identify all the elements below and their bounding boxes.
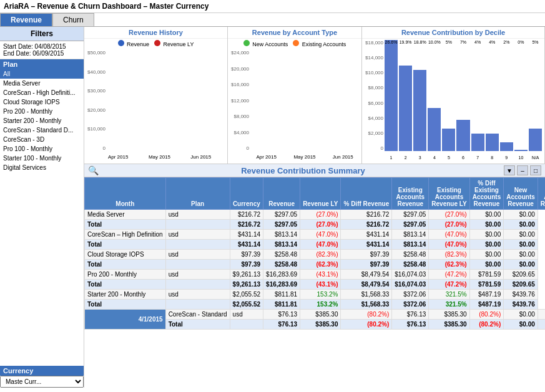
plan-item-1[interactable]: Media Server <box>0 79 84 88</box>
new-rev-ly-cell: $0.00 <box>504 210 538 220</box>
revenue-ly-cell: $297.05 <box>263 220 300 230</box>
decile-pct-6: 4% <box>474 40 481 44</box>
new-rev-cell: $781.59 <box>469 280 504 290</box>
tab-revenue[interactable]: Revenue <box>0 13 52 26</box>
plan-cell: CoreScan - Standard <box>165 310 230 320</box>
decile-xlabel-2: 3 <box>419 155 421 160</box>
account-type-y-axis: $24,000 $20,000 $16,000 $12,000 $8,000 $… <box>230 50 250 162</box>
plan-item-5[interactable]: Starter 200 - Monthly <box>0 116 84 125</box>
plan-item-4[interactable]: Pro 200 - Monthly <box>0 107 84 116</box>
col-revenue[interactable]: Revenue <box>263 178 300 210</box>
app-title: AriaRA – Revenue & Churn Dashboard – Mas… <box>4 2 209 11</box>
plan-item-7[interactable]: CoreScan - 3D <box>0 135 84 144</box>
revenue-ly-cell: $16,283.69 <box>263 280 300 290</box>
existing-pct-cell: (47.2%) <box>429 270 469 280</box>
search-icon[interactable]: 🔍 <box>88 165 99 175</box>
existing-rev-cell: $97.39 <box>341 250 392 260</box>
existing-rev-ly-cell: $385.30 <box>429 310 469 320</box>
revenue-cell: $97.39 <box>230 260 263 270</box>
decile-xlabel-8: 9 <box>505 155 508 160</box>
col-month[interactable]: Month <box>85 178 166 210</box>
decile-bar-inner-3 <box>428 108 441 151</box>
col-new-rev[interactable]: NewAccountsRevenue <box>504 178 538 210</box>
existing-pct-cell: (80.2%) <box>469 320 504 330</box>
new-rev-cell: $0.00 <box>469 220 504 230</box>
existing-rev-cell: $431.14 <box>341 230 392 240</box>
maximize-btn[interactable]: □ <box>530 165 541 175</box>
table-row: Total$97.39$258.48(62.3%)$97.39$258.48(6… <box>85 260 546 270</box>
decile-bar-inner-9 <box>514 150 528 151</box>
plan-cell: Total <box>85 220 166 230</box>
account-type-chart: Revenue by Account Type New Accounts Exi… <box>228 27 362 164</box>
currency-cell: usd <box>165 270 230 280</box>
tab-churn[interactable]: Churn <box>52 13 94 26</box>
decile-bar-5: 7%6 <box>456 40 469 151</box>
existing-rev-cell: $431.14 <box>341 240 392 250</box>
plan-list: AllMedia ServerCoreScan - High Definiti.… <box>0 69 84 366</box>
new-rev-cell: $487.19 <box>469 290 504 300</box>
revenue-ly-cell: $385.30 <box>300 320 341 330</box>
account-type-legend: New Accounts Existing Accounts <box>228 39 361 49</box>
table-title-bar: 🔍 Revenue Contribution Summary ▼ – □ <box>84 164 545 177</box>
existing-pct-cell: 321.5% <box>429 300 469 310</box>
pct-diff-cell: (82.3%) <box>300 250 341 260</box>
data-table-wrap[interactable]: Month Plan Currency Revenue Revenue LY %… <box>84 177 545 388</box>
title-bar: AriaRA – Revenue & Churn Dashboard – Mas… <box>0 0 545 13</box>
existing-pct-cell: (27.0%) <box>429 210 469 220</box>
existing-rev-ly-cell: $297.05 <box>392 210 429 220</box>
plan-item-10[interactable]: Digital Services <box>0 163 84 172</box>
dropdown-btn[interactable]: ▼ <box>504 165 515 175</box>
tab-bar: Revenue Churn <box>0 13 545 27</box>
plan-item-0[interactable]: All <box>0 69 84 79</box>
new-rev-ly-cell: $0.00 <box>538 320 545 330</box>
col-pct-diff[interactable]: % Diff Revenue <box>341 178 392 210</box>
existing-rev-cell: $76.13 <box>392 310 429 320</box>
table-body: Media Serverusd$216.72$297.05(27.0%)$216… <box>85 210 546 330</box>
currency-select[interactable]: Maste Curr... <box>0 376 84 388</box>
decile-bar-inner-4 <box>442 129 455 151</box>
currency-cell: usd <box>165 210 230 220</box>
filters-header: Filters <box>0 27 84 41</box>
pct-diff-cell: (27.0%) <box>300 210 341 220</box>
col-new-rev-ly[interactable]: NewAccountsRevenue LY <box>538 178 545 210</box>
existing-rev-ly-cell: $16,074.03 <box>392 270 429 280</box>
plan-item-2[interactable]: CoreScan - High Definiti... <box>0 88 84 97</box>
existing-rev-ly-cell: $385.30 <box>429 320 469 330</box>
existing-pct-cell: (47.0%) <box>429 230 469 240</box>
col-existing-rev[interactable]: ExistingAccountsRevenue <box>392 178 429 210</box>
pct-diff-cell: (27.0%) <box>300 220 341 230</box>
currency-cell: usd <box>165 250 230 260</box>
decile-pct-5: 7% <box>460 40 466 44</box>
table-row: Pro 200 - Monthlyusd$9,261.13$16,283.69(… <box>85 270 546 280</box>
revenue-ly-cell: $811.81 <box>263 290 300 300</box>
plan-item-8[interactable]: Pro 100 - Monthly <box>0 144 84 154</box>
charts-row: Revenue History Revenue Revenue LY $50,0… <box>84 27 545 164</box>
currency-cell <box>165 280 230 290</box>
decile-xlabel-1: 2 <box>405 155 407 160</box>
col-existing-rev-ly[interactable]: ExistingAccountsRevenue LY <box>429 178 469 210</box>
decile-bars-container: 26.6%119.9%218.8%310.0%45%57%64%74%82%90… <box>385 40 542 162</box>
col-currency[interactable]: Currency <box>230 178 263 210</box>
existing-pct-cell: (27.0%) <box>429 220 469 230</box>
revenue-ly-cell: $16,283.69 <box>263 270 300 280</box>
existing-pct-cell: (47.0%) <box>429 240 469 250</box>
plan-item-6[interactable]: CoreScan - Standard D... <box>0 125 84 135</box>
revenue-history-legend: Revenue Revenue LY <box>84 39 227 49</box>
start-date-label: Start Date: <box>3 43 33 50</box>
revenue-cell: $76.13 <box>263 320 300 330</box>
existing-pct-cell: (47.2%) <box>429 280 469 290</box>
col-plan[interactable]: Plan <box>165 178 230 210</box>
month-cell-4/1/2015: 4/1/2015 <box>85 310 166 330</box>
revenue-cell: $2,055.52 <box>230 300 263 310</box>
decile-xlabel-6: 7 <box>476 155 479 160</box>
account-type-title: Revenue by Account Type <box>228 27 361 39</box>
revenue-ly-cell: $258.48 <box>263 260 300 270</box>
revenue-ly-cell: $385.30 <box>300 310 341 320</box>
col-existing-pct[interactable]: % DiffExistingAccountsRevenue <box>469 178 504 210</box>
decile-pct-0: 26.6% <box>385 40 398 44</box>
decile-pct-7: 4% <box>489 40 495 44</box>
plan-item-9[interactable]: Starter 100 - Monthly <box>0 154 84 163</box>
plan-item-3[interactable]: Cloud Storage IOPS <box>0 97 84 107</box>
minimize-btn[interactable]: – <box>517 165 528 175</box>
col-revenue-ly[interactable]: Revenue LY <box>300 178 341 210</box>
